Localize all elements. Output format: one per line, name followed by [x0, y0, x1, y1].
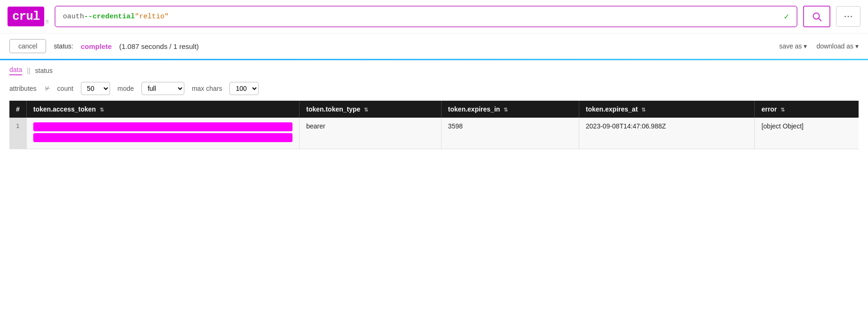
search-query-flag: --credential	[84, 13, 135, 21]
download-as-chevron-icon: ▾	[855, 42, 859, 50]
save-as-dropdown[interactable]: save as ▾	[779, 42, 807, 50]
menu-button[interactable]	[836, 6, 860, 27]
status-label: status:	[54, 42, 73, 50]
top-bar: crul ® oauth --credential "reltio" ✓	[0, 0, 868, 33]
status-meta: (1.087 seconds / 1 result)	[119, 42, 199, 50]
col-header-expires-in[interactable]: token.expires_in ⇅	[441, 101, 579, 118]
cell-expires-at: 2023-09-08T14:47:06.988Z	[579, 118, 755, 149]
cell-expires-in: 3598	[441, 118, 579, 149]
svg-point-4	[851, 16, 852, 17]
save-as-chevron-icon: ▾	[804, 42, 807, 50]
mode-select[interactable]: compact full raw	[142, 82, 184, 95]
tab-data[interactable]: data	[9, 66, 22, 75]
tabs-row: data || status	[0, 60, 868, 78]
col-header-expires-at[interactable]: token.expires_at ⇅	[579, 101, 755, 118]
download-as-dropdown[interactable]: download as ▾	[816, 42, 859, 50]
svg-point-2	[844, 16, 846, 17]
count-label: count	[57, 85, 73, 92]
svg-line-1	[819, 18, 821, 21]
col-header-token-type[interactable]: token.token_type ⇅	[300, 101, 442, 118]
search-button[interactable]	[803, 6, 830, 27]
search-input-box[interactable]: oauth --credential "reltio" ✓	[55, 6, 797, 27]
search-wrapper: oauth --credential "reltio" ✓	[55, 6, 797, 27]
logo-text: crul	[8, 7, 44, 26]
cell-token-type: bearer	[300, 118, 442, 149]
search-query-plain: oauth	[63, 13, 84, 21]
max-chars-select[interactable]: 50 100 250 500	[229, 82, 259, 95]
status-state: complete	[81, 42, 112, 50]
tab-separator: ||	[27, 67, 30, 74]
logo-reg: ®	[45, 19, 48, 24]
access-token-redacted-line1: ████████████████████████████████████	[33, 122, 292, 131]
sort-icon: ⇅	[504, 107, 508, 112]
status-bar: cancel status: complete (1.087 seconds /…	[0, 33, 868, 59]
mode-label: mode	[118, 85, 134, 92]
col-header-hash: #	[9, 101, 26, 118]
cell-error: [object Object]	[755, 118, 859, 149]
col-header-error[interactable]: error ⇅	[755, 101, 859, 118]
cell-access-token: ████████████████████████████████████ ███…	[26, 118, 299, 149]
row-number: 1	[9, 118, 26, 149]
max-chars-label: max chars	[192, 85, 222, 92]
table-row: 1 ████████████████████████████████████ █…	[9, 118, 859, 149]
filter-icon: ⊬	[45, 85, 50, 92]
sort-icon: ⇅	[781, 107, 785, 112]
right-actions: save as ▾ download as ▾	[779, 42, 859, 50]
cancel-button[interactable]: cancel	[9, 39, 46, 53]
svg-point-3	[848, 16, 849, 17]
download-as-label: download as	[816, 42, 853, 50]
save-as-label: save as	[779, 42, 802, 50]
results-table: # token.access_token ⇅ token.token_type …	[9, 101, 859, 149]
tab-status[interactable]: status	[35, 67, 53, 74]
col-header-access-token[interactable]: token.access_token ⇅	[26, 101, 299, 118]
count-select[interactable]: 10 25 50 100 250	[81, 82, 110, 95]
search-valid-icon: ✓	[780, 11, 789, 22]
sort-icon: ⇅	[641, 107, 646, 112]
search-query-value: "reltio"	[135, 13, 169, 21]
attributes-label: attributes	[9, 85, 37, 92]
access-token-redacted-line2: ████████████████████	[33, 133, 292, 142]
controls-row: attributes ⊬ count 10 25 50 100 250 mode…	[0, 78, 868, 101]
sort-icon: ⇅	[364, 107, 368, 112]
logo: crul ®	[8, 7, 49, 26]
sort-icon: ⇅	[100, 107, 104, 112]
table-header-row: # token.access_token ⇅ token.token_type …	[9, 101, 859, 118]
table-wrapper: # token.access_token ⇅ token.token_type …	[0, 101, 868, 149]
